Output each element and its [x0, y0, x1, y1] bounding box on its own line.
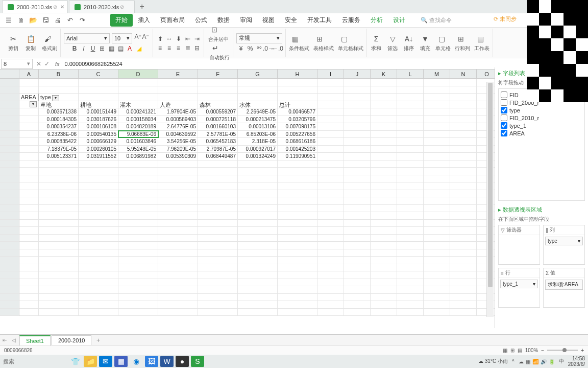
- cell[interactable]: [19, 190, 39, 197]
- cell[interactable]: [344, 79, 371, 86]
- cell[interactable]: [19, 294, 39, 301]
- cell[interactable]: [238, 271, 278, 279]
- cell[interactable]: [450, 123, 477, 130]
- cell[interactable]: [238, 168, 278, 175]
- cell[interactable]: [371, 108, 397, 116]
- cell[interactable]: [238, 227, 278, 234]
- cell[interactable]: [158, 271, 198, 279]
- cell[interactable]: [158, 79, 198, 86]
- cell[interactable]: [238, 190, 278, 197]
- tab-insert[interactable]: 插入: [133, 14, 155, 27]
- cell[interactable]: [238, 86, 278, 94]
- cell[interactable]: 6.85203E-06: [238, 131, 278, 138]
- row-header[interactable]: [0, 153, 19, 160]
- cell[interactable]: [19, 286, 39, 293]
- cell[interactable]: [397, 235, 424, 242]
- cell[interactable]: 0.03205796: [278, 116, 317, 123]
- cell[interactable]: [317, 146, 344, 153]
- cell[interactable]: [450, 242, 477, 249]
- cell[interactable]: [278, 168, 317, 175]
- cell[interactable]: [344, 205, 371, 212]
- cell[interactable]: [19, 271, 39, 279]
- cell[interactable]: [344, 146, 371, 153]
- cell[interactable]: [79, 94, 118, 101]
- cell[interactable]: [39, 205, 79, 212]
- cell[interactable]: [317, 108, 344, 116]
- cell[interactable]: [397, 79, 424, 86]
- cell[interactable]: [79, 279, 118, 286]
- cell[interactable]: [278, 86, 317, 94]
- worksheet-icon[interactable]: ▤: [474, 34, 486, 44]
- field-item-AREA[interactable]: AREA: [501, 129, 582, 137]
- row-header[interactable]: [0, 227, 19, 235]
- cell[interactable]: [424, 301, 450, 308]
- cell[interactable]: [158, 175, 198, 182]
- cell[interactable]: [19, 301, 39, 308]
- cell[interactable]: [19, 146, 39, 153]
- cell[interactable]: [198, 257, 238, 264]
- cell[interactable]: [198, 160, 238, 168]
- cell[interactable]: [397, 249, 424, 257]
- cell[interactable]: [118, 257, 158, 264]
- cell[interactable]: 0.004820189: [118, 123, 158, 130]
- cell[interactable]: [238, 235, 278, 242]
- cell[interactable]: [397, 197, 424, 204]
- cell[interactable]: [371, 227, 397, 234]
- cell[interactable]: [19, 309, 39, 316]
- view-normal-icon[interactable]: ▦: [503, 348, 507, 353]
- cell[interactable]: [424, 264, 450, 271]
- cell[interactable]: [450, 264, 477, 271]
- cell[interactable]: 0.001660103: [198, 123, 238, 130]
- cell[interactable]: [371, 264, 397, 271]
- edge-icon[interactable]: ◉: [130, 356, 143, 367]
- cell[interactable]: [424, 309, 450, 316]
- cell[interactable]: [371, 242, 397, 249]
- cell[interactable]: [344, 94, 371, 101]
- confirm-formula-icon[interactable]: ✓: [44, 60, 50, 67]
- row-header[interactable]: [0, 175, 19, 183]
- cell[interactable]: [19, 242, 39, 249]
- cell[interactable]: [278, 264, 317, 271]
- row-header[interactable]: [0, 264, 19, 272]
- cell[interactable]: [39, 264, 79, 271]
- cell[interactable]: 0.004639592: [158, 131, 198, 138]
- cell[interactable]: [118, 271, 158, 279]
- cell[interactable]: [19, 116, 39, 123]
- cell[interactable]: [344, 160, 371, 168]
- zoom-value[interactable]: 100%: [525, 348, 538, 353]
- zoom-in-icon[interactable]: +: [581, 348, 584, 353]
- cell[interactable]: [397, 101, 424, 108]
- cell[interactable]: [317, 271, 344, 279]
- sort-icon[interactable]: A↓: [403, 34, 415, 44]
- cell[interactable]: 7.18379E-05: [39, 146, 79, 153]
- cell[interactable]: 森林: [198, 101, 238, 108]
- row-header[interactable]: [0, 257, 19, 264]
- cell[interactable]: [39, 242, 79, 249]
- cell[interactable]: [450, 168, 477, 175]
- cell[interactable]: [158, 205, 198, 212]
- col-header-F[interactable]: F: [198, 70, 238, 78]
- cell[interactable]: [344, 286, 371, 293]
- cell[interactable]: [317, 116, 344, 123]
- cell[interactable]: [344, 271, 371, 279]
- cell[interactable]: 草地: [39, 101, 79, 108]
- cell[interactable]: [39, 227, 79, 234]
- cell[interactable]: [371, 168, 397, 175]
- cell[interactable]: [118, 160, 158, 168]
- cell[interactable]: [39, 249, 79, 257]
- cell[interactable]: [371, 175, 397, 182]
- cell[interactable]: [371, 279, 397, 286]
- cell[interactable]: [424, 153, 450, 160]
- column-area[interactable]: ‖列 type▾: [543, 225, 585, 265]
- font-name-select[interactable]: Arial▾: [64, 33, 110, 43]
- value-area-item[interactable]: 求和项:AREA: [545, 280, 583, 290]
- cell[interactable]: [118, 175, 158, 182]
- cell[interactable]: 0.000106108: [79, 123, 118, 130]
- col-header-N[interactable]: N: [450, 70, 477, 78]
- col-header-D[interactable]: D: [118, 70, 158, 78]
- cell[interactable]: [424, 242, 450, 249]
- paste-icon[interactable]: 📋: [24, 34, 37, 44]
- cell[interactable]: [397, 242, 424, 249]
- cell[interactable]: [317, 131, 344, 138]
- command-search[interactable]: 🔍 查找命令: [421, 16, 452, 24]
